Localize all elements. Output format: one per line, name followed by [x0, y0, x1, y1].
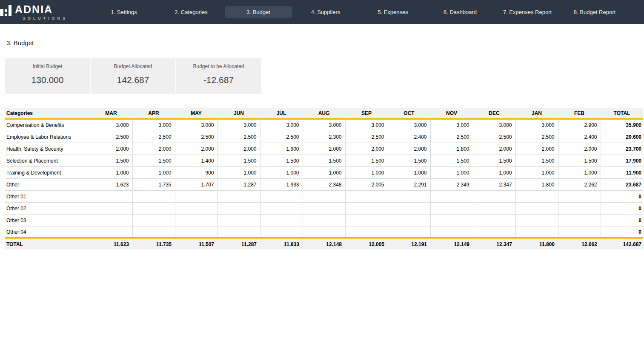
cell-month-value[interactable]	[558, 215, 601, 226]
cell-month-value[interactable]	[388, 215, 430, 226]
cell-category[interactable]: Training & Development	[5, 167, 90, 179]
cell-month-value[interactable]: 1.000	[90, 167, 132, 179]
cell-month-value[interactable]: 2.000	[473, 143, 515, 155]
cell-month-value[interactable]: 2.400	[388, 131, 430, 143]
cell-category[interactable]: Compensation & Benefits	[5, 119, 90, 131]
cell-month-value[interactable]: 2.349	[430, 179, 473, 191]
cell-month-value[interactable]	[90, 191, 132, 203]
cell-month-value[interactable]	[515, 215, 558, 226]
cell-month-value[interactable]	[473, 215, 515, 226]
cell-month-value[interactable]: 1.000	[558, 167, 601, 179]
cell-month-value[interactable]	[430, 215, 473, 226]
cell-month-value[interactable]	[132, 226, 175, 238]
cell-month-value[interactable]: 2.348	[303, 179, 345, 191]
cell-month-value[interactable]: 2.000	[175, 143, 218, 155]
cell-month-value[interactable]: 2.000	[345, 143, 388, 155]
cell-month-value[interactable]: 2.400	[558, 131, 601, 143]
cell-category[interactable]: Other 02	[5, 203, 90, 215]
cell-month-value[interactable]: 1.500	[90, 155, 132, 167]
cell-month-value[interactable]	[90, 215, 132, 226]
cell-month-value[interactable]	[558, 226, 601, 238]
cell-month-value[interactable]	[345, 203, 388, 215]
cell-month-value[interactable]: 1.000	[132, 167, 175, 179]
cell-month-value[interactable]: 900	[175, 167, 218, 179]
cell-month-value[interactable]: 3.000	[218, 119, 260, 131]
cell-month-value[interactable]	[388, 203, 430, 215]
cell-month-value[interactable]: 1.500	[558, 155, 601, 167]
cell-month-value[interactable]: 2.500	[218, 131, 260, 143]
cell-month-value[interactable]: 2.000	[90, 143, 132, 155]
cell-month-value[interactable]: 1.287	[218, 179, 260, 191]
cell-month-value[interactable]: 2.500	[345, 131, 388, 143]
cell-month-value[interactable]	[515, 226, 558, 238]
cell-month-value[interactable]	[430, 203, 473, 215]
cell-month-value[interactable]	[90, 203, 132, 215]
cell-month-value[interactable]: 1.000	[388, 167, 430, 179]
cell-month-value[interactable]	[430, 191, 473, 203]
cell-month-value[interactable]: 3.000	[473, 119, 515, 131]
cell-month-value[interactable]	[218, 203, 260, 215]
cell-month-value[interactable]	[303, 226, 345, 238]
cell-month-value[interactable]	[303, 191, 345, 203]
cell-month-value[interactable]	[260, 215, 303, 226]
cell-month-value[interactable]: 2.005	[345, 179, 388, 191]
cell-month-value[interactable]	[473, 203, 515, 215]
cell-month-value[interactable]	[175, 191, 218, 203]
cell-month-value[interactable]: 2.000	[515, 143, 558, 155]
cell-month-value[interactable]: 1.000	[345, 167, 388, 179]
cell-month-value[interactable]: 2.500	[90, 131, 132, 143]
cell-month-value[interactable]	[132, 191, 175, 203]
tab-suppliers[interactable]: 4. Suppliers	[292, 6, 359, 18]
cell-month-value[interactable]: 2.500	[260, 131, 303, 143]
cell-month-value[interactable]: 1.500	[388, 155, 430, 167]
cell-month-value[interactable]: 1.900	[260, 143, 303, 155]
cell-month-value[interactable]	[132, 203, 175, 215]
cell-month-value[interactable]	[260, 226, 303, 238]
cell-month-value[interactable]: 2.000	[303, 143, 345, 155]
cell-category[interactable]: Other 01	[5, 191, 90, 203]
cell-month-value[interactable]	[175, 226, 218, 238]
cell-month-value[interactable]	[515, 203, 558, 215]
cell-month-value[interactable]: 1.800	[430, 143, 473, 155]
cell-month-value[interactable]: 3.000	[132, 119, 175, 131]
cell-month-value[interactable]: 1.000	[303, 167, 345, 179]
cell-category[interactable]: Other 04	[5, 226, 90, 238]
cell-month-value[interactable]: 1.735	[132, 179, 175, 191]
cell-month-value[interactable]: 1.623	[90, 179, 132, 191]
cell-month-value[interactable]: 2.000	[132, 143, 175, 155]
cell-month-value[interactable]: 2.347	[473, 179, 515, 191]
tab-settings[interactable]: 1. Settings	[90, 6, 157, 18]
cell-month-value[interactable]: 1.000	[473, 167, 515, 179]
cell-month-value[interactable]	[345, 226, 388, 238]
tab-dashboard[interactable]: 6. Dashboard	[426, 6, 494, 18]
cell-month-value[interactable]	[345, 215, 388, 226]
cell-month-value[interactable]: 2.000	[218, 143, 260, 155]
cell-month-value[interactable]: 1.707	[175, 179, 218, 191]
cell-month-value[interactable]: 1.000	[430, 167, 473, 179]
tab-budget[interactable]: 3. Budget	[225, 6, 292, 18]
cell-month-value[interactable]: 3.000	[303, 119, 345, 131]
cell-month-value[interactable]	[303, 203, 345, 215]
cell-month-value[interactable]	[132, 215, 175, 226]
cell-month-value[interactable]: 2.000	[388, 143, 430, 155]
cell-month-value[interactable]: 1.500	[132, 155, 175, 167]
cell-month-value[interactable]	[175, 203, 218, 215]
cell-month-value[interactable]	[430, 226, 473, 238]
cell-month-value[interactable]: 1.500	[303, 155, 345, 167]
cell-month-value[interactable]: 2.291	[388, 179, 430, 191]
cell-month-value[interactable]: 1.500	[345, 155, 388, 167]
tab-expenses-report[interactable]: 7. Expenses Report	[494, 6, 561, 18]
cell-month-value[interactable]: 1.800	[515, 179, 558, 191]
cell-month-value[interactable]	[345, 191, 388, 203]
cell-month-value[interactable]: 1.500	[473, 155, 515, 167]
cell-month-value[interactable]: 2.500	[430, 131, 473, 143]
cell-month-value[interactable]	[388, 191, 430, 203]
cell-month-value[interactable]: 3.000	[90, 119, 132, 131]
cell-month-value[interactable]: 3.000	[260, 119, 303, 131]
cell-month-value[interactable]: 2.262	[558, 179, 601, 191]
cell-month-value[interactable]: 1.500	[515, 155, 558, 167]
cell-category[interactable]: Selection & Placement	[5, 155, 90, 167]
cell-month-value[interactable]: 1.000	[260, 167, 303, 179]
cell-month-value[interactable]	[175, 215, 218, 226]
cell-month-value[interactable]: 1.933	[260, 179, 303, 191]
